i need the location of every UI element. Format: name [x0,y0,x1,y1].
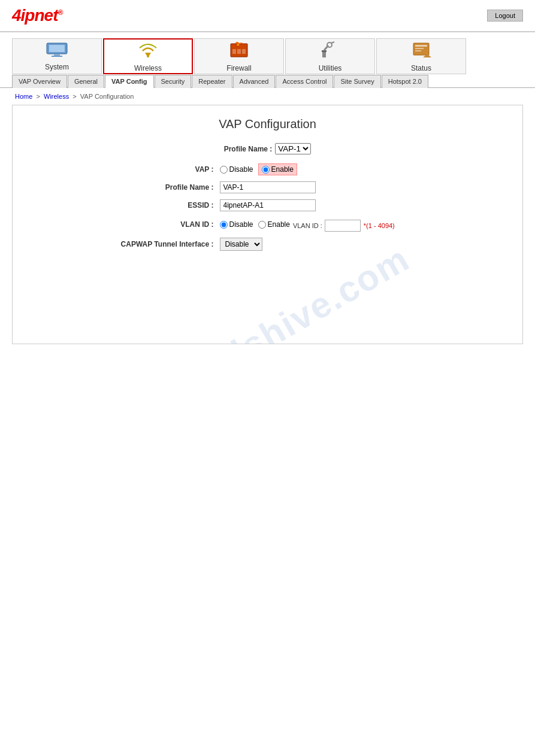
essid-input[interactable] [220,199,316,211]
vap-disable-radio[interactable] [220,166,228,174]
vap-radio-group: Disable Enable [220,163,297,175]
sub-tab-general[interactable]: General [68,75,104,88]
svg-rect-17 [415,48,424,49]
header: 4ipnet® Logout [0,0,535,32]
firewall-icon [229,41,249,62]
vlan-enable-text: Enable [268,220,290,229]
vlan-id-input[interactable] [325,220,361,232]
svg-rect-8 [237,49,241,54]
sub-tab-vap-overview[interactable]: VAP Overview [12,75,67,88]
vap-disable-text: Disable [229,165,253,174]
vlan-row: VLAN ID : Disable Enable VLAN ID : *(1 - [88,217,448,232]
nav-label-firewall: Firewall [226,64,251,72]
vlan-radio-group: Disable Enable [220,220,290,229]
vlan-enable-label[interactable]: Enable [258,220,290,229]
sub-tab-access-control[interactable]: Access Control [276,75,333,88]
svg-rect-10 [322,51,326,57]
svg-rect-3 [52,56,62,57]
svg-point-13 [327,42,332,47]
profile-name-input[interactable] [220,181,316,193]
form-section: VAP : Disable Enable Profile Name : [88,163,448,251]
svg-rect-2 [54,54,60,56]
vlan-enable-radio[interactable] [258,221,266,229]
vlan-note: *(1 - 4094) [364,222,395,229]
profile-name-select[interactable]: VAP-1 VAP-2 VAP-3 VAP-4 VAP-5 VAP-6 VAP-… [275,143,311,154]
vlan-disable-label[interactable]: Disable [220,220,253,229]
vap-enable-radio[interactable] [262,166,270,174]
essid-label: ESSID : [88,201,220,210]
breadcrumb: Home > Wireless > VAP Configuration [0,88,535,105]
sub-tab-security[interactable]: Security [155,75,192,88]
svg-line-14 [331,42,334,43]
nav-item-utilities[interactable]: Utilities [285,38,375,74]
svg-rect-16 [415,45,427,47]
breadcrumb-current: VAP Configuration [80,93,134,100]
svg-rect-7 [232,49,236,54]
nav-item-status[interactable]: Status [376,38,466,74]
capwap-label: CAPWAP Tunnel Interface : [88,240,220,248]
essid-row: ESSID : [88,199,448,211]
essid-control [220,199,448,211]
vlan-label: VLAN ID : [88,220,220,229]
sub-tab-advanced[interactable]: Advanced [233,75,276,88]
capwap-row: CAPWAP Tunnel Interface : Disable [88,238,448,251]
wireless-icon [137,41,159,62]
vap-control: Disable Enable [220,163,448,175]
sub-tab-repeater[interactable]: Repeater [192,75,232,88]
utilities-icon [320,41,340,62]
vlan-disable-radio[interactable] [220,221,228,229]
profile-name-selector-row: Profile Name : VAP-1 VAP-2 VAP-3 VAP-4 V… [25,143,510,154]
capwap-select[interactable]: Disable [220,238,262,251]
svg-rect-1 [49,45,65,52]
nav-item-wireless[interactable]: Wireless [103,38,193,74]
status-icon [411,41,431,62]
system-icon [46,42,68,61]
svg-rect-11 [322,50,327,52]
vap-disable-label[interactable]: Disable [220,165,253,174]
nav-item-system[interactable]: System [12,38,102,74]
vlan-control: Disable Enable VLAN ID : *(1 - 4094) [220,217,448,232]
breadcrumb-home[interactable]: Home [15,93,32,100]
logout-button[interactable]: Logout [487,10,523,22]
breadcrumb-wireless[interactable]: Wireless [44,93,69,100]
vap-enable-label[interactable]: Enable [258,163,297,175]
profile-name-field-label: Profile Name : [88,183,220,192]
nav-label-status: Status [411,64,431,72]
profile-name-field-row: Profile Name : [88,181,448,193]
logo: 4ipnet® [12,6,62,25]
svg-rect-9 [242,49,246,54]
vlan-id-field-label: VLAN ID : [293,222,322,229]
vap-label: VAP : [88,165,220,174]
svg-rect-18 [415,50,421,51]
nav-label-utilities: Utilities [319,64,342,72]
nav-item-firewall[interactable]: Firewall [194,38,284,74]
profile-name-field-control [220,181,448,193]
page-title: VAP Configuration [25,117,510,131]
vlan-disable-text: Disable [229,220,253,229]
nav-label-system: System [45,63,69,71]
sub-tab-hotspot20[interactable]: Hotspot 2.0 [382,75,428,88]
top-nav: System Wireless Firewall [0,32,535,74]
sub-nav: VAP Overview General VAP Config Security… [0,74,535,88]
svg-point-5 [147,55,149,57]
vap-row: VAP : Disable Enable [88,163,448,175]
capwap-control: Disable [220,238,448,251]
nav-label-wireless: Wireless [134,64,162,72]
sub-tab-vap-config[interactable]: VAP Config [105,75,153,88]
sub-tab-site-survey[interactable]: Site Survey [334,75,380,88]
vap-enable-text: Enable [271,165,294,174]
content-area: manualshive.com VAP Configuration Profil… [12,105,523,344]
profile-name-top-label: Profile Name : [224,145,273,153]
